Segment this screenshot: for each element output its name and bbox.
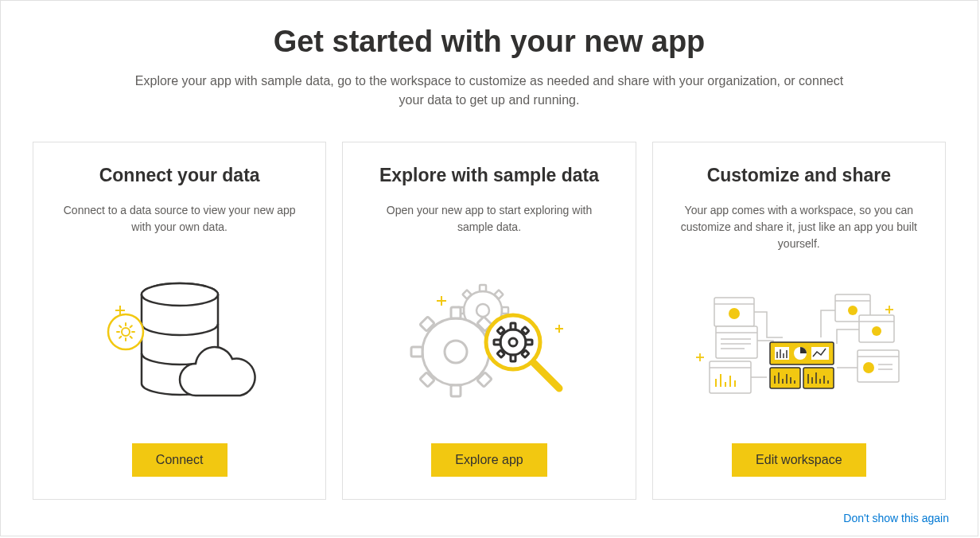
page-title: Get started with your new app bbox=[33, 25, 946, 59]
card-title: Customize and share bbox=[707, 165, 891, 186]
page-subtitle: Explore your app with sample data, go to… bbox=[123, 72, 855, 110]
svg-point-4 bbox=[108, 314, 143, 349]
svg-rect-51 bbox=[716, 326, 757, 358]
card-title: Explore with sample data bbox=[379, 165, 599, 186]
card-description: Your app comes with a workspace, so you … bbox=[679, 202, 918, 252]
svg-rect-19 bbox=[502, 307, 508, 314]
svg-point-15 bbox=[476, 304, 489, 317]
workspace-dashboard-icon bbox=[672, 268, 926, 427]
connect-button[interactable]: Connect bbox=[132, 443, 228, 477]
svg-rect-39 bbox=[526, 340, 532, 345]
database-cloud-icon bbox=[52, 251, 306, 427]
onboarding-dialog: Get started with your new app Explore yo… bbox=[0, 0, 978, 536]
card-customize-share: Customize and share Your app comes with … bbox=[652, 142, 946, 500]
svg-rect-81 bbox=[811, 347, 829, 360]
dont-show-again-link[interactable]: Don't show this again bbox=[843, 512, 949, 524]
svg-point-3 bbox=[142, 283, 218, 306]
svg-rect-16 bbox=[480, 285, 486, 291]
cards-row: Connect your data Connect to a data sour… bbox=[33, 142, 946, 500]
svg-point-23 bbox=[445, 341, 467, 363]
svg-point-65 bbox=[848, 306, 858, 315]
card-connect-data: Connect your data Connect to a data sour… bbox=[33, 142, 326, 500]
card-explore-sample: Explore with sample data Open your new a… bbox=[342, 142, 636, 500]
svg-rect-26 bbox=[411, 347, 422, 357]
svg-rect-37 bbox=[511, 355, 515, 361]
card-title: Connect your data bbox=[99, 165, 260, 186]
explore-app-button[interactable]: Explore app bbox=[431, 443, 546, 477]
svg-rect-25 bbox=[451, 385, 461, 396]
svg-rect-24 bbox=[451, 307, 461, 318]
svg-line-33 bbox=[534, 363, 559, 388]
svg-point-35 bbox=[509, 338, 517, 346]
gears-magnifier-icon bbox=[362, 251, 616, 427]
edit-workspace-button[interactable]: Edit workspace bbox=[732, 443, 866, 477]
svg-rect-36 bbox=[511, 323, 515, 329]
card-description: Connect to a data source to view your ne… bbox=[60, 202, 299, 236]
svg-point-68 bbox=[872, 326, 881, 336]
svg-point-71 bbox=[863, 362, 874, 373]
svg-rect-38 bbox=[494, 340, 500, 345]
card-description: Open your new app to start exploring wit… bbox=[370, 202, 609, 236]
svg-point-50 bbox=[729, 308, 740, 319]
